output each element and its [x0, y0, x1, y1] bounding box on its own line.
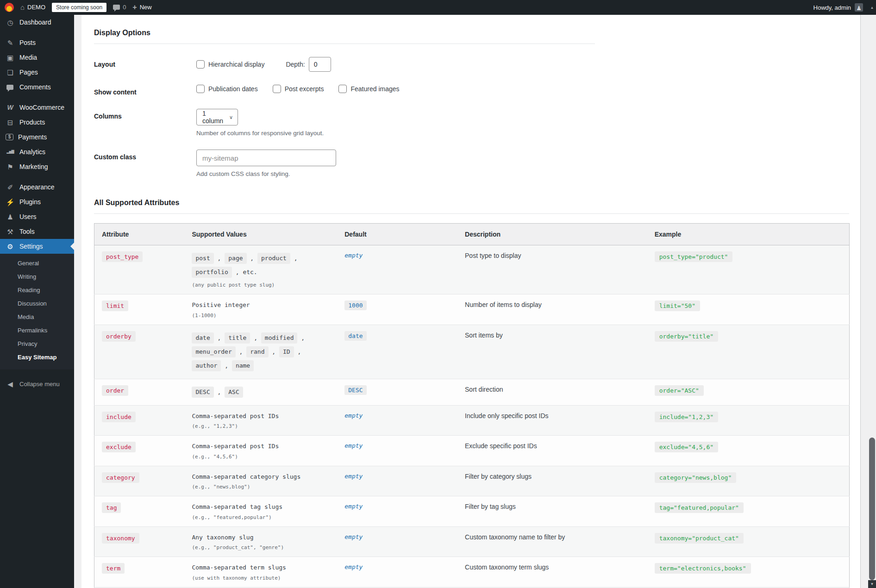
- sidebar-item-appearance[interactable]: ✐Appearance: [0, 180, 74, 194]
- submenu-item-reading[interactable]: Reading: [0, 283, 74, 297]
- sidebar-item-media[interactable]: ▣Media: [0, 50, 74, 65]
- hierarchical-display-checkbox[interactable]: [196, 60, 205, 69]
- submenu-item-privacy[interactable]: Privacy: [0, 337, 74, 350]
- avatar[interactable]: ♟: [855, 3, 863, 12]
- post-excerpts-option[interactable]: Post excerpts: [273, 85, 324, 93]
- sidebar-item-label: Users: [19, 213, 37, 220]
- sidebar-item-label: Pages: [19, 69, 38, 76]
- custom-class-input[interactable]: [196, 150, 336, 166]
- submenu-item-media[interactable]: Media: [0, 310, 74, 324]
- supported-values-chips: date , title , modified , menu_order , r…: [192, 331, 330, 373]
- vertical-scrollbar[interactable]: ▲ ▼: [868, 0, 876, 588]
- sidebar-item-tools[interactable]: ⚒Tools: [0, 224, 74, 239]
- show-content-row: Show content Publication dates Post exce…: [94, 85, 849, 96]
- default-value: empty: [344, 533, 363, 540]
- cell-default: empty: [337, 526, 457, 557]
- sidebar-item-label: Appearance: [19, 183, 55, 191]
- custom-class-help: Add custom CSS class for styling.: [196, 170, 336, 177]
- depth-input[interactable]: [309, 57, 331, 72]
- sidebar-item-label: Media: [19, 54, 37, 61]
- menu-separator: [0, 174, 74, 180]
- value-chip: product: [257, 253, 290, 264]
- columns-label: Columns: [94, 109, 196, 120]
- howdy-admin[interactable]: Howdy, admin: [813, 4, 851, 11]
- featured-images-option[interactable]: Featured images: [338, 85, 399, 93]
- cell-description: Sort direction: [457, 379, 647, 405]
- sidebar-item-label: Products: [19, 119, 45, 126]
- sidebar-item-plugins[interactable]: ⚡Plugins: [0, 194, 74, 209]
- example-code: order="ASC": [655, 385, 704, 396]
- section-divider: [94, 213, 849, 214]
- cell-supported-values: Comma-separated tag slugs(e.g., "feature…: [184, 496, 337, 527]
- sidebar-item-dashboard[interactable]: ◷Dashboard: [0, 15, 74, 30]
- comment-bubble-icon: [113, 5, 120, 10]
- cell-description: Number of items to display: [457, 294, 647, 325]
- table-row: termComma-separated term slugs(use with …: [94, 557, 850, 588]
- collapse-menu-button[interactable]: ◀ Collapse menu: [0, 376, 74, 392]
- sidebar-item-label: Plugins: [19, 198, 41, 206]
- attribute-name: post_type: [102, 251, 143, 262]
- cell-description: Filter by tag slugs: [457, 496, 647, 527]
- comments-shortcut[interactable]: 0: [113, 4, 126, 11]
- cell-description: Exclude specific post IDs: [457, 436, 647, 466]
- hierarchical-display-option[interactable]: Hierarchical display: [196, 60, 264, 69]
- featured-images-checkbox[interactable]: [338, 85, 347, 93]
- sidebar-item-products[interactable]: ⊟Products: [0, 115, 74, 130]
- new-content-button[interactable]: + New: [132, 4, 151, 11]
- publication-dates-option[interactable]: Publication dates: [196, 85, 258, 93]
- sidebar-item-analytics[interactable]: ▂▅▇Analytics: [0, 144, 74, 159]
- plus-icon: +: [132, 4, 137, 11]
- scrollbar-down-button[interactable]: ▼: [868, 580, 876, 588]
- new-label: New: [140, 4, 152, 11]
- default-value: DESC: [344, 385, 366, 395]
- admin-sidebar: ◷Dashboard✎Posts▣Media❏PagesCommentsWWoo…: [0, 15, 74, 588]
- supported-values-text: Comma-separated category slugs: [192, 472, 330, 482]
- scrollbar-thumb[interactable]: [869, 438, 875, 580]
- scrollbar-up-button[interactable]: ▲: [868, 0, 876, 15]
- submenu-item-general[interactable]: General: [0, 256, 74, 270]
- box-icon: ⊟: [6, 119, 15, 126]
- attribute-description: Sort direction: [465, 385, 640, 394]
- publication-dates-checkbox[interactable]: [196, 85, 205, 93]
- sidebar-item-woocommerce[interactable]: WWooCommerce: [0, 100, 74, 115]
- default-value: empty: [344, 252, 363, 259]
- settings-submenu: GeneralWritingReadingDiscussionMediaPerm…: [0, 254, 74, 369]
- value-chip: DESC: [192, 387, 213, 398]
- cell-default: empty: [337, 557, 457, 588]
- attribute-name: include: [102, 412, 136, 422]
- sidebar-item-marketing[interactable]: ⚑Marketing: [0, 159, 74, 174]
- sidebar-item-users[interactable]: ♟Users: [0, 209, 74, 224]
- cell-default: DESC: [337, 379, 457, 405]
- attribute-description: Filter by tag slugs: [465, 502, 640, 512]
- sidebar-item-label: Marketing: [19, 163, 48, 170]
- supported-values-note: (1-1000): [192, 313, 330, 319]
- cell-example: orderby="title": [647, 325, 850, 379]
- sidebar-item-posts[interactable]: ✎Posts: [0, 35, 74, 50]
- submenu-item-easy-sitemap[interactable]: Easy Sitemap: [0, 350, 74, 364]
- menu-separator: [0, 94, 74, 100]
- submenu-item-writing[interactable]: Writing: [0, 270, 74, 283]
- columns-select[interactable]: 1 column ∨: [196, 109, 238, 125]
- site-menu[interactable]: ⌂ DEMO: [20, 4, 45, 11]
- cell-supported-values: Any taxonomy slug(e.g., "product_cat", "…: [184, 526, 337, 557]
- sidebar-item-payments[interactable]: $Payments: [0, 130, 74, 144]
- brush-icon: ✐: [6, 184, 15, 191]
- cell-description: Post type to display: [457, 245, 647, 294]
- dollar-card-icon: $: [6, 134, 13, 140]
- sidebar-item-comments[interactable]: Comments: [0, 80, 74, 94]
- store-coming-soon-badge[interactable]: Store coming soon: [52, 3, 106, 12]
- submenu-item-permalinks[interactable]: Permalinks: [0, 324, 74, 337]
- sidebar-item-label: Payments: [18, 133, 47, 141]
- site-logo-icon[interactable]: [5, 3, 14, 12]
- sidebar-item-settings[interactable]: ⚙Settings: [0, 239, 74, 254]
- supported-values-note: (e.g., "4,5,6"): [192, 454, 330, 460]
- comment-count: 0: [123, 4, 126, 11]
- cell-example: post_type="product": [647, 245, 850, 294]
- custom-class-label: Custom class: [94, 150, 196, 161]
- sidebar-item-pages[interactable]: ❏Pages: [0, 65, 74, 80]
- example-code: limit="50": [655, 300, 700, 311]
- submenu-item-discussion[interactable]: Discussion: [0, 297, 74, 310]
- attribute-description: Custom taxonomy term slugs: [465, 563, 640, 572]
- post-excerpts-checkbox[interactable]: [273, 85, 281, 93]
- display-options-title: Display Options: [94, 29, 849, 37]
